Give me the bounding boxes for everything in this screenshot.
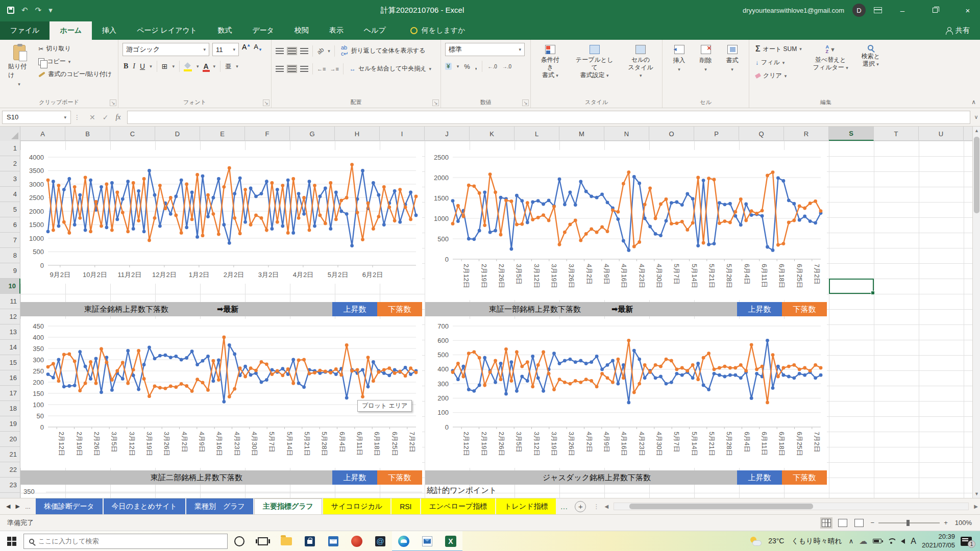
legend-down-button[interactable]: 下落数 <box>782 470 827 485</box>
column-header-T[interactable]: T <box>874 127 919 141</box>
column-header-C[interactable]: C <box>110 127 155 141</box>
number-dialog-launcher[interactable]: ↘ <box>522 99 529 106</box>
weather-icon[interactable] <box>750 537 762 546</box>
wrap-text-button[interactable]: abc↵折り返して全体を表示する <box>339 43 427 59</box>
row-header-21[interactable]: 21 <box>0 447 20 462</box>
customize-qat-icon[interactable]: ▾ <box>48 6 53 15</box>
clock[interactable]: 20:392021/07/05 <box>922 533 955 550</box>
increase-decimal-icon[interactable]: ←.0 <box>487 64 497 69</box>
cut-button[interactable]: ✂切り取り <box>36 43 114 55</box>
sheet-nav-ellipsis[interactable]: … <box>25 504 31 510</box>
column-header-J[interactable]: J <box>425 127 470 141</box>
insert-function-icon[interactable]: fx <box>115 113 120 121</box>
tell-me-search[interactable]: 何をしますか <box>410 26 465 40</box>
align-bottom-icon[interactable] <box>300 48 308 54</box>
row-header-1[interactable]: 1 <box>0 141 20 156</box>
chart-jasdaq[interactable]: 01002003004005006007002月12日2月19日2月26日3月5… <box>425 319 827 468</box>
sheet-nav-right-icon[interactable]: ▶ <box>15 503 19 510</box>
browser-button[interactable] <box>345 531 369 551</box>
sheet-nav-left-icon[interactable]: ◀ <box>6 503 10 510</box>
chart-tse-first[interactable]: 050010001500200025002月12日2月19日2月26日3月5日3… <box>425 150 827 300</box>
row-header-2[interactable]: 2 <box>0 156 20 171</box>
horizontal-scroll-thumb[interactable] <box>629 504 813 509</box>
at-app-button[interactable]: @ <box>369 531 392 551</box>
row-header-3[interactable]: 3 <box>0 171 20 187</box>
tab-view[interactable]: 表示 <box>319 21 354 40</box>
fill-chevron-icon[interactable]: ▾ <box>197 64 199 69</box>
undo-icon[interactable]: ↶ <box>21 6 28 15</box>
row-header-12[interactable]: 12 <box>0 309 20 324</box>
speaker-icon[interactable] <box>901 539 905 544</box>
save-icon[interactable] <box>7 7 14 14</box>
format-as-table-button[interactable]: テーブルとして書式設定 ▾ <box>571 43 619 97</box>
row-header-14[interactable]: 14 <box>0 340 20 355</box>
tab-file[interactable]: ファイル <box>0 21 50 40</box>
sheet-tab-トレンド指標[interactable]: トレンド指標 <box>496 498 556 515</box>
sort-filter-button[interactable]: AZ▼ 並べ替えとフィルター ▾ <box>809 43 852 82</box>
chart-tse-all[interactable]: 050010001500200025003000350040009月2日10月2… <box>20 150 422 284</box>
merge-center-button[interactable]: ↔セルを結合して中央揃え▾ <box>348 63 433 74</box>
ime-indicator[interactable]: A <box>911 537 916 546</box>
column-header-L[interactable]: L <box>514 127 559 141</box>
zoom-in-icon[interactable]: + <box>944 519 948 527</box>
account-avatar[interactable]: D <box>852 4 866 17</box>
row-header-6[interactable]: 6 <box>0 217 20 233</box>
task-view-button[interactable] <box>251 531 275 551</box>
sheet-tab-エンベロープ指標[interactable]: エンベロープ指標 <box>421 498 496 515</box>
search-input[interactable] <box>38 537 212 545</box>
column-header-E[interactable]: E <box>200 127 245 141</box>
alignment-dialog-launcher[interactable]: ↘ <box>432 99 439 106</box>
column-header-H[interactable]: H <box>335 127 380 141</box>
formula-input[interactable] <box>127 111 970 124</box>
row-header-19[interactable]: 19 <box>0 416 20 432</box>
align-top-icon[interactable] <box>276 48 284 54</box>
row-header-10[interactable]: 10 <box>0 279 20 294</box>
collapse-ribbon-icon[interactable]: ∧ <box>971 98 976 106</box>
sheet-tab-株価診断データ[interactable]: 株価診断データ <box>36 498 103 515</box>
decrease-decimal-icon[interactable]: →.0 <box>502 64 511 69</box>
sheet-tab-RSI[interactable]: RSI <box>391 498 420 515</box>
excel-taskbar-button[interactable]: X <box>439 531 462 551</box>
tab-insert[interactable]: 挿入 <box>92 21 127 40</box>
clear-button[interactable]: クリア▾ <box>753 70 804 82</box>
autosum-button[interactable]: Σオート SUM▾ <box>753 43 804 55</box>
wifi-icon[interactable] <box>887 538 895 544</box>
close-button[interactable]: × <box>955 0 980 20</box>
column-header-O[interactable]: O <box>649 127 694 141</box>
borders-icon[interactable]: ⊞ <box>162 62 168 70</box>
row-header-5[interactable]: 5 <box>0 202 20 217</box>
mail-button[interactable] <box>322 531 345 551</box>
column-header-I[interactable]: I <box>380 127 425 141</box>
row-header-16[interactable]: 16 <box>0 370 20 386</box>
legend-down-button[interactable]: 下落数 <box>377 470 422 485</box>
align-right-icon[interactable] <box>300 66 308 72</box>
fill-button[interactable]: ↓フィル▾ <box>753 57 804 68</box>
sheet-tab-サイコロジカル[interactable]: サイコロジカル <box>323 498 390 515</box>
orientation-icon[interactable]: ab <box>315 46 325 56</box>
decrease-indent-icon[interactable]: ←≡ <box>317 66 326 72</box>
cell-styles-button[interactable]: セルのスタイル ▾ <box>623 43 658 97</box>
page-break-view-icon[interactable] <box>854 519 864 527</box>
edge-button[interactable] <box>392 531 415 551</box>
decrease-font-icon[interactable]: A▼ <box>254 43 262 56</box>
column-header-A[interactable]: A <box>20 127 65 141</box>
row-header-11[interactable]: 11 <box>0 294 20 309</box>
ribbon-display-options-icon[interactable] <box>874 7 882 13</box>
vertical-scroll-thumb[interactable] <box>974 137 979 213</box>
row-header-15[interactable]: 15 <box>0 355 20 370</box>
sheet-tab-主要指標グラフ[interactable]: 主要指標グラフ <box>254 498 322 515</box>
zoom-out-icon[interactable]: − <box>871 519 875 527</box>
borders-chevron-icon[interactable]: ▾ <box>172 64 175 69</box>
tab-review[interactable]: 校閲 <box>284 21 319 40</box>
row-header-20[interactable]: 20 <box>0 432 20 447</box>
row-header-17[interactable]: 17 <box>0 386 20 401</box>
column-header-G[interactable]: G <box>290 127 335 141</box>
row-header-4[interactable]: 4 <box>0 187 20 202</box>
normal-view-icon[interactable] <box>822 519 831 527</box>
zoom-slider[interactable]: − + <box>871 519 948 527</box>
orientation-chevron-icon[interactable]: ▾ <box>328 48 330 54</box>
tab-page-layout[interactable]: ページ レイアウト <box>127 21 207 40</box>
fill-color-icon[interactable] <box>184 63 192 69</box>
font-dialog-launcher[interactable]: ↘ <box>263 99 270 106</box>
accounting-chevron-icon[interactable]: ▾ <box>457 64 459 69</box>
